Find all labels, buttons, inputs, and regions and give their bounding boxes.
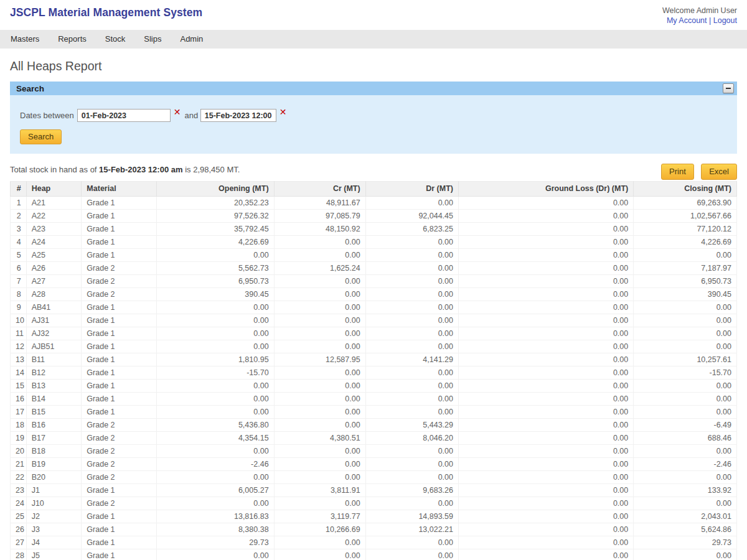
table-cell: 0.00 — [274, 497, 365, 510]
search-panel-header: Search — [10, 82, 737, 95]
table-cell: 21 — [11, 458, 27, 471]
table-cell: 0.00 — [365, 471, 458, 484]
main-nav: Masters Reports Stock Slips Admin — [0, 30, 747, 49]
table-cell: 0.00 — [459, 536, 634, 549]
nav-item-admin[interactable]: Admin — [171, 30, 212, 49]
table-cell: 0.00 — [365, 301, 458, 314]
table-cell: Grade 2 — [82, 262, 156, 275]
table-cell: 0.00 — [634, 340, 737, 353]
summary-prefix: Total stock in hand as of — [10, 165, 96, 174]
summary-row: Total stock in hand as of 15-Feb-2023 12… — [10, 164, 737, 180]
table-cell: A21 — [26, 197, 82, 210]
date-from-input[interactable] — [77, 109, 171, 122]
and-label: and — [184, 111, 198, 120]
table-cell: 69,263.90 — [634, 197, 737, 210]
table-cell: 1 — [11, 197, 27, 210]
table-row: 1A21Grade 120,352.2348,911.670.000.0069,… — [11, 197, 737, 210]
table-cell: Grade 2 — [82, 471, 156, 484]
table-cell: 0.00 — [274, 314, 365, 327]
table-cell: 48,150.92 — [274, 223, 365, 236]
table-row: 13B11Grade 11,810.9512,587.954,141.290.0… — [11, 353, 737, 366]
my-account-link[interactable]: My Account — [667, 16, 707, 25]
table-cell: Grade 1 — [82, 380, 156, 393]
table-cell: 0.00 — [365, 406, 458, 419]
table-cell: -15.70 — [634, 366, 737, 380]
table-cell: 0.00 — [459, 471, 634, 484]
table-cell: 14,893.59 — [365, 510, 458, 523]
table-cell: 0.00 — [274, 445, 365, 458]
table-cell: 1,625.24 — [274, 262, 365, 275]
table-cell: 5,562.73 — [156, 262, 274, 275]
table-cell: A24 — [26, 236, 82, 249]
table-cell: Grade 1 — [82, 210, 156, 223]
table-cell: 0.00 — [459, 445, 634, 458]
table-cell: 0.00 — [274, 458, 365, 471]
excel-button[interactable]: Excel — [701, 164, 737, 180]
table-cell: 0.00 — [365, 536, 458, 549]
collapse-panel-button[interactable] — [723, 83, 734, 93]
clear-to-date-icon[interactable]: ✕ — [280, 107, 287, 117]
table-cell: 29.73 — [156, 536, 274, 549]
table-cell: Grade 2 — [82, 288, 156, 301]
table-row: 15B13Grade 10.000.000.000.000.00 — [11, 380, 737, 393]
table-cell: A26 — [26, 262, 82, 275]
app-title: JSCPL Material Management System — [10, 6, 202, 19]
user-area: Welcome Admin User My Account | Logout — [662, 6, 737, 26]
table-cell: J1 — [26, 484, 82, 497]
table-cell: AJ32 — [26, 327, 82, 340]
clear-from-date-icon[interactable]: ✕ — [174, 107, 181, 117]
table-cell: 24 — [11, 497, 27, 510]
table-cell: 7,187.97 — [634, 262, 737, 275]
table-cell: 0.00 — [459, 484, 634, 497]
table-cell: 0.00 — [274, 288, 365, 301]
table-cell: Grade 2 — [82, 432, 156, 445]
table-cell: 12 — [11, 340, 27, 353]
table-cell: 0.00 — [634, 301, 737, 314]
table-cell: 8,046.20 — [365, 432, 458, 445]
table-row: 20B18Grade 20.000.000.000.000.00 — [11, 445, 737, 458]
table-cell: -6.49 — [634, 419, 737, 432]
table-cell: Grade 1 — [82, 314, 156, 327]
search-panel: Search Dates between ✕ and ✕ Search — [10, 82, 737, 154]
nav-item-slips[interactable]: Slips — [134, 30, 171, 49]
table-cell: 0.00 — [634, 549, 737, 560]
table-cell: 3,119.77 — [274, 510, 365, 523]
table-cell: Grade 1 — [82, 366, 156, 380]
table-cell: 10,257.61 — [634, 353, 737, 366]
table-cell: 48,911.67 — [274, 197, 365, 210]
table-cell: 17 — [11, 406, 27, 419]
table-cell: 0.00 — [156, 406, 274, 419]
table-cell: 27 — [11, 536, 27, 549]
print-button[interactable]: Print — [661, 164, 694, 180]
table-cell: 0.00 — [634, 327, 737, 340]
table-cell: 0.00 — [365, 549, 458, 560]
date-to-input[interactable] — [200, 109, 276, 122]
nav-item-masters[interactable]: Masters — [1, 30, 49, 49]
column-header-2: Material — [82, 182, 156, 197]
date-range-row: Dates between ✕ and ✕ — [20, 109, 727, 122]
summary-as-of-date: 15-Feb-2023 12:00 am — [99, 165, 182, 174]
table-cell: 2,043.01 — [634, 510, 737, 523]
search-button[interactable]: Search — [20, 129, 62, 144]
nav-item-reports[interactable]: Reports — [49, 30, 96, 49]
table-row: 6A26Grade 25,562.731,625.240.000.007,187… — [11, 262, 737, 275]
table-row: 16B14Grade 10.000.000.000.000.00 — [11, 393, 737, 406]
table-cell: 0.00 — [459, 301, 634, 314]
table-cell: 0.00 — [459, 249, 634, 262]
table-cell: 0.00 — [459, 406, 634, 419]
table-cell: 0.00 — [156, 471, 274, 484]
table-cell: 0.00 — [634, 406, 737, 419]
table-cell: 0.00 — [365, 445, 458, 458]
table-cell: 688.46 — [634, 432, 737, 445]
table-cell: A27 — [26, 275, 82, 288]
table-cell: 16 — [11, 393, 27, 406]
table-cell: Grade 1 — [82, 223, 156, 236]
table-cell: 0.00 — [365, 366, 458, 380]
table-cell: 0.00 — [634, 471, 737, 484]
logout-link[interactable]: Logout — [713, 16, 737, 25]
table-cell: 0.00 — [156, 380, 274, 393]
nav-item-stock[interactable]: Stock — [96, 30, 135, 49]
table-row: 17B15Grade 10.000.000.000.000.00 — [11, 406, 737, 419]
table-cell: -2.46 — [156, 458, 274, 471]
table-cell: 0.00 — [459, 236, 634, 249]
